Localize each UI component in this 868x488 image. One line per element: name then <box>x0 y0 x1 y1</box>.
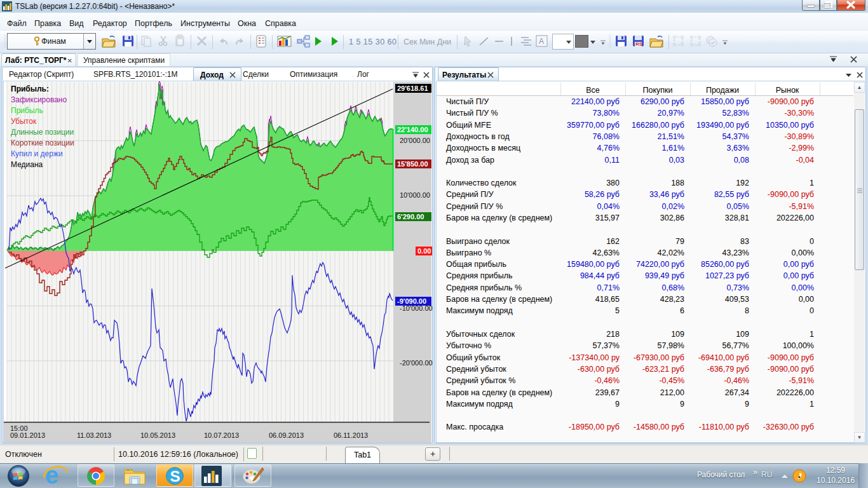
svg-text:S: S <box>170 468 180 485</box>
